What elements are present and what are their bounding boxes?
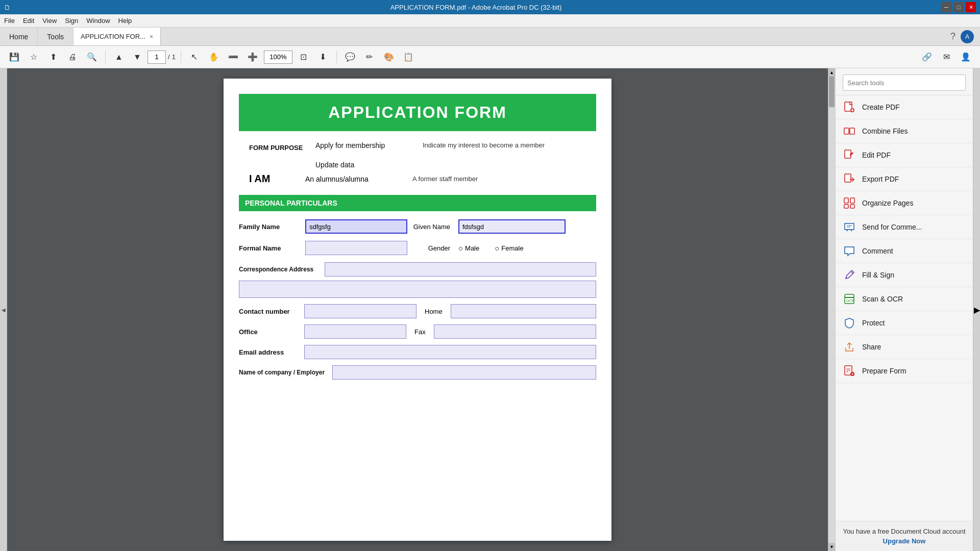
share-button[interactable]: 🔗 — [919, 49, 935, 65]
upload-button[interactable]: ⬆ — [45, 49, 61, 65]
employer-field[interactable] — [332, 365, 596, 380]
purpose-apply-text: Apply for membership — [315, 141, 407, 149]
tab-home[interactable]: Home — [0, 28, 38, 45]
email-row: Email address — [239, 345, 596, 359]
toolbar-right-actions: 🔗 ✉ 👤 — [919, 49, 974, 65]
menu-window[interactable]: Window — [86, 17, 110, 24]
tool-create-pdf[interactable]: Create PDF — [836, 95, 973, 119]
scroll-up-button[interactable]: ▲ — [828, 68, 835, 77]
tool-combine-files[interactable]: Combine Files — [836, 119, 973, 143]
print-button[interactable]: 🖨 — [64, 49, 81, 65]
formal-gender-row: Formal Name Gender ○ Male ○ Female — [239, 241, 596, 255]
contact-number-field[interactable] — [304, 304, 416, 318]
family-name-value: sdfgsfg — [309, 223, 331, 231]
gender-female-radio[interactable]: ○ — [495, 244, 499, 253]
maximize-button[interactable]: □ — [953, 2, 964, 12]
contact-row: Contact number Home — [239, 304, 596, 318]
tool-send-comment[interactable]: Send for Comme... — [836, 215, 973, 239]
tool-fill-sign[interactable]: Fill & Sign — [836, 263, 973, 287]
correspondence-field-1[interactable] — [325, 262, 596, 277]
zoom-input[interactable] — [264, 51, 292, 64]
highlight-tool-button[interactable]: ✏ — [361, 49, 378, 65]
menu-help[interactable]: Help — [118, 17, 132, 24]
family-name-field[interactable]: sdfgsfg — [305, 219, 407, 234]
tool-organize-pages[interactable]: Organize Pages — [836, 191, 973, 215]
search-tools-input[interactable] — [843, 74, 966, 91]
left-panel-toggle[interactable]: ◀ — [0, 68, 7, 551]
tool-scan-ocr[interactable]: OCR Scan & OCR — [836, 287, 973, 311]
employer-row: Name of company / Employer — [239, 365, 596, 380]
home-field[interactable] — [451, 304, 596, 318]
help-icon[interactable]: ? — [950, 31, 955, 42]
email-field[interactable] — [304, 345, 596, 359]
hand-tool-button[interactable]: ✋ — [206, 49, 222, 65]
gender-male-radio[interactable]: ○ — [458, 244, 463, 253]
save-button[interactable]: 💾 — [6, 49, 22, 65]
gender-label: Gender — [412, 244, 453, 252]
purpose-update-text: Update data — [315, 161, 407, 169]
menu-view[interactable]: View — [42, 17, 57, 24]
gender-female-label: Female — [501, 244, 523, 252]
close-button[interactable]: ✕ — [966, 2, 976, 12]
given-name-field[interactable]: fdsfsgd — [458, 219, 566, 234]
zoom-in-button[interactable]: ➕ — [244, 49, 261, 65]
pdf-page: APPLICATION FORM FORM PURPOSE Apply for … — [224, 79, 611, 541]
tool-prepare-form[interactable]: Prepare Form — [836, 359, 973, 383]
toolbar: 💾 ☆ ⬆ 🖨 🔍 ▲ ▼ / 1 ↖ ✋ ➖ ➕ ⊡ ⬇ 💬 ✏ 🎨 📋 🔗 … — [0, 46, 980, 68]
page-separator: / — [168, 53, 170, 61]
tab-tools[interactable]: Tools — [38, 28, 74, 45]
family-name-label: Family Name — [239, 223, 300, 231]
correspondence-field-2[interactable] — [239, 281, 596, 298]
contact-number-label: Contact number — [239, 308, 300, 315]
gender-male-option[interactable]: ○ Male — [458, 244, 479, 253]
prev-page-button[interactable]: ▲ — [111, 49, 127, 65]
bookmark-button[interactable]: ☆ — [26, 49, 42, 65]
minimize-button[interactable]: ─ — [941, 2, 951, 12]
svg-rect-4 — [844, 128, 849, 134]
search-button[interactable]: 🔍 — [84, 49, 100, 65]
export-pdf-label: Export PDF — [862, 175, 899, 183]
upgrade-link[interactable]: Upgrade Now — [843, 537, 966, 545]
protect-label: Protect — [862, 319, 885, 327]
right-panel-toggle[interactable]: ▶ — [973, 68, 980, 551]
tool-share[interactable]: Share — [836, 335, 973, 359]
stamp-tool-button[interactable]: 📋 — [400, 49, 416, 65]
form-title: APPLICATION FORM — [239, 94, 596, 131]
scroll-down-button[interactable]: ▼ — [828, 543, 835, 551]
organize-pages-label: Organize Pages — [862, 199, 913, 207]
comment-label: Comment — [862, 247, 893, 255]
formal-name-field[interactable] — [305, 241, 407, 255]
menu-sign[interactable]: Sign — [65, 17, 78, 24]
zoom-out-button[interactable]: ➖ — [225, 49, 241, 65]
fit-page-button[interactable]: ⊡ — [296, 49, 312, 65]
sign-button[interactable]: 👤 — [958, 49, 974, 65]
svg-rect-12 — [850, 205, 854, 208]
tool-export-pdf[interactable]: Export PDF — [836, 167, 973, 191]
gender-female-option[interactable]: ○ Female — [495, 244, 523, 253]
scroll-thumb[interactable] — [829, 77, 835, 107]
pdf-scrollbar[interactable]: ▲ ▼ — [828, 68, 835, 551]
office-fax-row: Office Fax — [239, 324, 596, 339]
user-avatar[interactable]: A — [961, 30, 974, 43]
fit-width-button[interactable]: ⬇ — [315, 49, 331, 65]
next-page-button[interactable]: ▼ — [129, 49, 145, 65]
pdf-viewer[interactable]: APPLICATION FORM FORM PURPOSE Apply for … — [7, 68, 828, 551]
personal-section-header: PERSONAL PARTICULARS — [239, 195, 596, 211]
purpose-alumnus-text: An alumnus/alumna — [305, 175, 397, 183]
tab-close-button[interactable]: × — [150, 33, 153, 40]
comment-tool-button[interactable]: 💬 — [342, 49, 358, 65]
page-number-input[interactable] — [148, 51, 166, 64]
fax-field[interactable] — [434, 324, 596, 339]
tab-document[interactable]: APPLICATION FOR... × — [74, 28, 161, 45]
cursor-tool-button[interactable]: ↖ — [186, 49, 203, 65]
scroll-track[interactable] — [828, 77, 835, 543]
color-tool-button[interactable]: 🎨 — [381, 49, 397, 65]
tool-comment[interactable]: Comment — [836, 239, 973, 263]
menu-file[interactable]: File — [4, 17, 15, 24]
email-button[interactable]: ✉ — [938, 49, 954, 65]
office-field[interactable] — [304, 324, 406, 339]
tool-protect[interactable]: Protect — [836, 311, 973, 335]
menu-edit[interactable]: Edit — [23, 17, 34, 24]
tool-edit-pdf[interactable]: Edit PDF — [836, 143, 973, 167]
right-panel: Create PDF Combine Files Edit PDF Export… — [835, 68, 973, 551]
